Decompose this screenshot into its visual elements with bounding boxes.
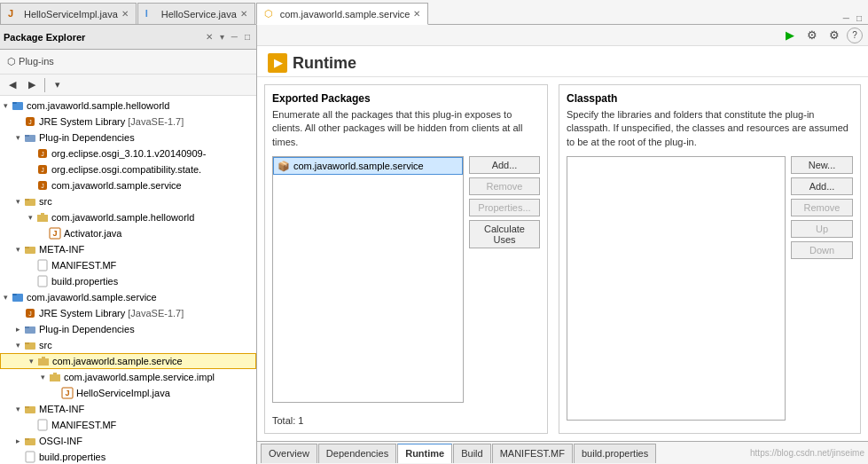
tree-node-n12[interactable]: build.properties — [0, 273, 256, 289]
close-com-svc-icon[interactable]: ✕ — [413, 9, 420, 19]
tab-overview[interactable]: Overview — [261, 444, 317, 463]
forward-button[interactable]: ▶ — [23, 77, 41, 93]
tree-node-n4[interactable]: Jorg.eclipse.osgi_3.10.1.v20140909- — [0, 145, 256, 161]
add-package-button[interactable]: Add... — [469, 156, 540, 174]
remove-package-button[interactable]: Remove — [469, 177, 540, 195]
tree-node-n13[interactable]: ▾com.javaworld.sample.service — [0, 289, 256, 305]
classpath-add-button[interactable]: Add... — [791, 177, 853, 195]
tree-node-n21[interactable]: MANIFEST.MF — [0, 417, 256, 433]
svg-text:J: J — [52, 229, 57, 238]
tab-hello-impl[interactable]: J HelloServiceImpl.java ✕ — [0, 3, 137, 24]
tree-arrow-n3[interactable]: ▾ — [12, 132, 23, 143]
close-hello-svc-icon[interactable]: ✕ — [240, 9, 247, 19]
close-hello-impl-icon[interactable]: ✕ — [121, 9, 129, 19]
run-button[interactable]: ▶ — [780, 28, 800, 43]
svg-text:J: J — [28, 311, 32, 317]
help-button[interactable]: ? — [847, 28, 863, 43]
package-item-com-svc[interactable]: 📦 com.javaworld.sample.service — [273, 157, 463, 175]
tree-node-n14[interactable]: JJRE System Library [JavaSE-1.7] — [0, 305, 256, 321]
classpath-remove-button[interactable]: Remove — [791, 199, 853, 216]
tree-arrow-n7[interactable]: ▾ — [12, 196, 23, 207]
package-list[interactable]: 📦 com.javaworld.sample.service — [272, 156, 464, 403]
tree-node-n8[interactable]: ▾com.javaworld.sample.helloworld — [0, 209, 256, 225]
classpath-up-button[interactable]: Up — [791, 220, 853, 238]
dropdown-button[interactable]: ▾ — [49, 77, 66, 93]
tree-node-n2[interactable]: JJRE System Library [JavaSE-1.7] — [0, 114, 256, 130]
tree-arrow-n2[interactable] — [12, 116, 23, 127]
classpath-down-button[interactable]: Down — [791, 241, 853, 259]
gear-button[interactable]: ⚙ — [802, 28, 822, 43]
tree-node-n10[interactable]: ▾META-INF — [0, 241, 256, 257]
tree-node-n9[interactable]: JActivator.java — [0, 225, 256, 241]
minimize-panel-icon[interactable]: ─ — [229, 31, 240, 43]
tree-arrow-n20[interactable]: ▾ — [12, 404, 23, 414]
tree-arrow-n11[interactable] — [25, 260, 35, 271]
tree-arrow-n16[interactable]: ▾ — [12, 340, 23, 350]
tree-label-n1: com.javaworld.sample.helloworld — [27, 100, 169, 111]
tree-arrow-n13[interactable]: ▾ — [0, 292, 11, 303]
tree-icon-n11 — [35, 258, 50, 272]
tree-arrow-n15[interactable]: ▸ — [12, 324, 23, 334]
tab-com-svc[interactable]: ⬡ com.javaworld.sample.service ✕ — [256, 3, 429, 25]
tree-arrow-n19[interactable] — [50, 388, 60, 398]
tree-arrow-n12[interactable] — [25, 276, 35, 287]
classpath-title: Classpath — [567, 92, 853, 105]
tree-node-n23[interactable]: build.properties — [0, 449, 256, 464]
tree-arrow-n9[interactable] — [37, 228, 48, 239]
tree-arrow-n21[interactable] — [25, 420, 35, 430]
tree-node-n16[interactable]: ▾src — [0, 337, 256, 353]
tree-node-n3[interactable]: ▾Plug-in Dependencies — [0, 130, 256, 145]
tree-arrow-n17[interactable]: ▾ — [26, 356, 36, 366]
properties-button[interactable]: Properties... — [469, 199, 540, 216]
close-panel-icon[interactable]: ✕ — [203, 31, 215, 43]
back-button[interactable]: ◀ — [4, 77, 21, 93]
maximize-panel-icon[interactable]: □ — [242, 31, 253, 43]
tree-label-n17: com.javaworld.sample.service — [52, 356, 183, 366]
svg-rect-40 — [25, 438, 29, 440]
package-explorer-tree[interactable]: ▾com.javaworld.sample.helloworldJJRE Sys… — [0, 96, 256, 464]
tree-label-n11: MANIFEST.MF — [51, 260, 116, 271]
exported-packages-title: Exported Packages — [272, 92, 540, 105]
tree-arrow-n10[interactable]: ▾ — [12, 244, 23, 255]
tree-node-n15[interactable]: ▸Plug-in Dependencies — [0, 321, 256, 337]
tab-manifest[interactable]: MANIFEST.MF — [492, 444, 573, 463]
exported-packages-section: Exported Packages Enumerate all the pack… — [264, 84, 548, 434]
tree-node-n20[interactable]: ▾META-INF — [0, 401, 256, 417]
tree-node-n11[interactable]: MANIFEST.MF — [0, 257, 256, 273]
tab-runtime[interactable]: Runtime — [397, 444, 452, 463]
tree-arrow-n5[interactable] — [25, 164, 35, 175]
tab-build-properties[interactable]: build.properties — [574, 444, 656, 463]
tab-hello-svc[interactable]: I HelloService.java ✕ — [137, 3, 255, 24]
tree-node-n17[interactable]: ▾com.javaworld.sample.service — [0, 353, 256, 369]
tree-node-n1[interactable]: ▾com.javaworld.sample.helloworld — [0, 98, 256, 114]
panel-header-controls: ✕ ▾ ─ □ — [203, 31, 253, 43]
tree-node-n5[interactable]: Jorg.eclipse.osgi.compatibility.state. — [0, 161, 256, 177]
panel-menu-icon[interactable]: ▾ — [217, 31, 227, 43]
tree-arrow-n14[interactable] — [12, 308, 23, 319]
tree-node-n18[interactable]: ▾com.javaworld.sample.service.impl — [0, 369, 256, 385]
classpath-list[interactable] — [567, 156, 786, 421]
plugins-tab-label[interactable]: ⬡ Plug-ins — [4, 56, 58, 67]
tree-node-n19[interactable]: JHelloServiceImpl.java — [0, 385, 256, 401]
tree-arrow-n6[interactable] — [25, 180, 35, 191]
svg-rect-20 — [38, 260, 47, 271]
tree-node-n6[interactable]: Jcom.javaworld.sample.service — [0, 177, 256, 193]
classpath-new-button[interactable]: New... — [791, 156, 853, 174]
tree-arrow-n23[interactable] — [12, 452, 23, 462]
tree-node-n7[interactable]: ▾src — [0, 193, 256, 209]
minimize-editor-icon[interactable]: ─ — [841, 12, 852, 24]
tree-arrow-n22[interactable]: ▸ — [12, 436, 23, 446]
gear2-button[interactable]: ⚙ — [825, 28, 844, 43]
package-item-label: com.javaworld.sample.service — [293, 161, 424, 171]
maximize-editor-icon[interactable]: □ — [854, 12, 864, 24]
tree-arrow-n1[interactable]: ▾ — [0, 100, 11, 111]
tab-dependencies[interactable]: Dependencies — [318, 444, 396, 463]
calculate-uses-button[interactable]: Calculate Uses — [469, 220, 540, 248]
tree-icon-n20 — [23, 402, 37, 416]
tab-build[interactable]: Build — [453, 444, 490, 463]
tree-node-n22[interactable]: ▸OSGI-INF — [0, 433, 256, 449]
tree-arrow-n18[interactable]: ▾ — [37, 372, 48, 382]
tree-arrow-n8[interactable]: ▾ — [25, 212, 35, 223]
tree-arrow-n4[interactable] — [25, 148, 35, 159]
top-tab-bar: J HelloServiceImpl.java ✕ I HelloService… — [0, 0, 868, 25]
